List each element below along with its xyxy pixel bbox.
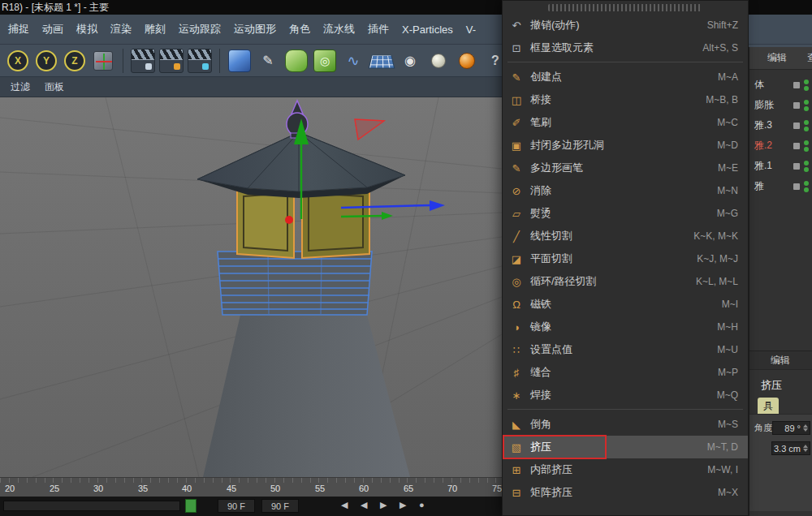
layer-chip-icon[interactable] xyxy=(793,123,800,129)
render-region-button[interactable] xyxy=(158,48,184,74)
floor-button[interactable] xyxy=(369,48,395,74)
lighthouse-rings[interactable] xyxy=(218,252,372,315)
render-settings-icon xyxy=(188,49,212,73)
layer-chip-icon[interactable] xyxy=(793,102,800,109)
spinner-icon[interactable] xyxy=(803,445,808,452)
menu-item-matrix-extrude[interactable]: ⊟ 矩阵挤压 M~X xyxy=(503,481,748,504)
menu-item-close-polygon-hole[interactable]: ▣ 封闭多边形孔洞 M~D xyxy=(503,134,748,157)
object-row[interactable]: 体 xyxy=(749,75,812,95)
floor-grid-icon xyxy=(369,54,395,68)
object-row[interactable]: 雅.3 xyxy=(749,115,812,135)
light-button[interactable] xyxy=(425,48,451,74)
x-axis-lock-button[interactable]: X xyxy=(5,48,31,74)
menu-item-mirror[interactable]: ◑ 镜像 M~H xyxy=(503,316,748,338)
object-row[interactable]: 雅.1 xyxy=(749,156,812,176)
go-start-button[interactable]: ◀ xyxy=(341,500,348,510)
menu-xparticles[interactable]: X-Particles xyxy=(395,15,460,44)
visibility-dots-icon[interactable] xyxy=(804,140,809,152)
object-row[interactable]: 雅.2 xyxy=(749,135,812,156)
menu-item-inner-extrude[interactable]: ⊞ 内部挤压 M~W, I xyxy=(503,458,748,481)
coordinate-system-icon xyxy=(93,51,113,71)
menu-item-create-point[interactable]: ✎ 创建点 M~A xyxy=(503,66,748,88)
viewport-menu-panel[interactable]: 面板 xyxy=(37,80,71,94)
menu-item-dissolve[interactable]: ⊘ 消除 M~N xyxy=(503,179,748,202)
y-axis-lock-button[interactable]: Y xyxy=(33,48,59,74)
prev-frame-button[interactable]: ◀ xyxy=(361,500,367,510)
object-row[interactable]: 膨胀 xyxy=(749,95,812,115)
gizmo-x-axis xyxy=(341,216,383,217)
menu-item-magnet[interactable]: Ω 磁铁 M~I xyxy=(503,293,748,316)
visibility-dots-icon[interactable] xyxy=(804,120,809,131)
camera-button[interactable]: ◉ xyxy=(397,48,423,74)
lighthouse-cone[interactable] xyxy=(203,315,410,477)
menu-character[interactable]: 角色 xyxy=(283,15,317,44)
z-axis-icon: Z xyxy=(64,50,85,71)
visibility-dots-icon[interactable] xyxy=(804,80,809,91)
angle-input[interactable]: 89 ° xyxy=(772,421,810,435)
viewport-menu-filter[interactable]: 过滤 xyxy=(3,80,37,94)
ruler-tick: 60 xyxy=(359,484,369,493)
menu-item-set-point-value[interactable]: ∷ 设置点值 M~U xyxy=(503,338,748,361)
bevel-icon: ◣ xyxy=(509,419,524,431)
next-frame-button[interactable]: ▶ xyxy=(400,500,406,510)
menu-item-bridge[interactable]: ◫ 桥接 M~B, B xyxy=(503,88,748,111)
render-settings-button[interactable] xyxy=(187,48,213,74)
menu-item-weld[interactable]: ∗ 焊接 M~Q xyxy=(503,384,748,406)
visibility-dots-icon[interactable] xyxy=(804,100,809,111)
menu-snap[interactable]: 捕捉 xyxy=(2,15,36,44)
subdivision-surface-button[interactable] xyxy=(283,48,309,74)
menu-animation[interactable]: 动画 xyxy=(36,15,70,44)
brush-icon: ✐ xyxy=(509,117,524,129)
menu-item-bevel[interactable]: ◣ 倒角 M~S xyxy=(503,413,748,436)
render-view-button[interactable] xyxy=(130,48,156,74)
start-frame-input[interactable]: 90 F xyxy=(218,499,255,513)
current-frame-handle[interactable] xyxy=(185,499,197,513)
menu-mograph[interactable]: 运动图形 xyxy=(227,15,283,44)
spline-pen-icon: ✎ xyxy=(262,53,273,68)
object-manager-tab-edit[interactable]: 编辑 xyxy=(767,51,787,65)
coordinate-system-button[interactable] xyxy=(90,48,116,74)
menu-item-brush[interactable]: ✐ 笔刷 M~C xyxy=(503,111,748,134)
timeline-scrollbar[interactable] xyxy=(3,501,180,511)
menu-item-frame-selected[interactable]: ⊡ 框显选取元素 Alt+S, S xyxy=(503,37,748,59)
play-button[interactable]: ▶ xyxy=(380,500,387,510)
menu-item-stitch[interactable]: ♯ 缝合 M~P xyxy=(503,361,748,384)
menu-pipeline[interactable]: 流水线 xyxy=(317,15,361,44)
gizmo-x-arrowhead xyxy=(382,212,393,220)
menu-scroll-up[interactable] xyxy=(503,1,748,14)
menu-item-loop-path-cut[interactable]: ◎ 循环/路径切割 K~L, M~L xyxy=(503,270,748,293)
menu-motion-tracker[interactable]: 运动跟踪 xyxy=(172,15,227,44)
visibility-dots-icon[interactable] xyxy=(804,161,809,172)
menu-item-line-cut[interactable]: ╱ 线性切割 K~K, M~K xyxy=(503,225,748,247)
record-button[interactable]: ● xyxy=(419,500,425,510)
visibility-dots-icon[interactable] xyxy=(804,181,809,192)
menu-vray[interactable]: V- xyxy=(460,15,482,44)
spline-pen-button[interactable]: ✎ xyxy=(255,48,281,74)
menu-item-extrude[interactable]: ▧ 挤压 M~T, D xyxy=(503,436,748,458)
array-button[interactable]: ◎ xyxy=(312,48,338,74)
menu-item-undo[interactable]: ↶ 撤销(动作) Shift+Z xyxy=(503,14,748,37)
menu-sculpt[interactable]: 雕刻 xyxy=(138,15,172,44)
z-axis-lock-button[interactable]: Z xyxy=(62,48,88,74)
menu-plugins[interactable]: 插件 xyxy=(361,15,395,44)
sky-button[interactable] xyxy=(454,48,480,74)
menu-render[interactable]: 渲染 xyxy=(104,15,138,44)
spinner-icon[interactable] xyxy=(803,424,808,432)
layer-chip-icon[interactable] xyxy=(793,143,800,149)
deformer-button[interactable]: ∿ xyxy=(340,48,366,74)
attribute-tab-edit[interactable]: 编辑 xyxy=(771,354,790,368)
tool-options-tab[interactable]: 具 xyxy=(758,398,779,414)
menu-item-plane-cut[interactable]: ◪ 平面切割 K~J, M~J xyxy=(503,247,748,270)
menu-simulate[interactable]: 模拟 xyxy=(70,15,104,44)
layer-chip-icon[interactable] xyxy=(793,82,800,88)
layer-chip-icon[interactable] xyxy=(793,183,800,190)
field-row: 角度 89 ° xyxy=(749,418,812,438)
end-frame-input[interactable]: 90 F xyxy=(261,499,299,513)
menu-item-polygon-pen[interactable]: ✎ 多边形画笔 M~E xyxy=(503,157,748,179)
layer-chip-icon[interactable] xyxy=(793,163,800,170)
menu-item-iron[interactable]: ▱ 熨烫 M~G xyxy=(503,202,748,225)
offset-input[interactable]: 3.3 cm xyxy=(771,441,810,455)
object-row[interactable]: 雅 xyxy=(749,176,812,196)
add-cube-button[interactable] xyxy=(227,48,253,74)
object-manager-tab-view[interactable]: 查 xyxy=(807,51,812,65)
